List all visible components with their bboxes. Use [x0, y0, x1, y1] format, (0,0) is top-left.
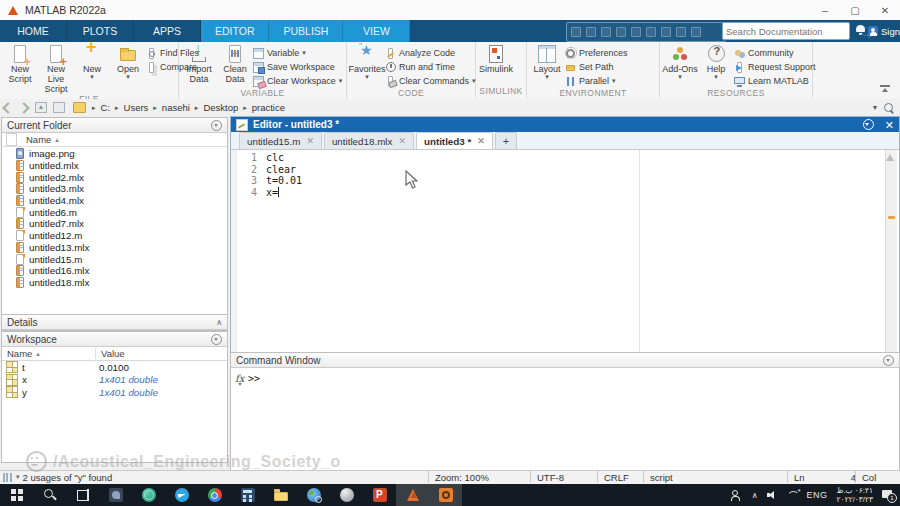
breakpoint-gutter[interactable] — [231, 150, 237, 353]
notification-bell-icon[interactable] — [856, 25, 865, 34]
code-line[interactable]: 1clc — [231, 152, 899, 164]
network-icon[interactable] — [787, 491, 798, 500]
toolbar-small-button[interactable]: Clear Commands ▾ — [385, 74, 476, 88]
taskbar-item[interactable] — [0, 484, 33, 506]
taskbar-item[interactable] — [165, 484, 198, 506]
file-list-item[interactable]: untitled4.mlx — [2, 195, 227, 207]
taskbar-item[interactable] — [198, 484, 231, 506]
taskbar-item[interactable] — [330, 484, 363, 506]
fx-icon[interactable]: fx — [235, 373, 244, 384]
new-tab-button[interactable]: + — [495, 132, 517, 149]
redo-icon[interactable] — [646, 27, 656, 37]
taskbar-item[interactable] — [264, 484, 297, 506]
toolbar-small-button[interactable]: Community — [734, 46, 816, 60]
panel-menu-icon[interactable] — [883, 355, 894, 366]
search-input[interactable] — [723, 26, 861, 37]
file-list-item[interactable]: untitled18.mlx — [2, 277, 227, 289]
breadcrumb-segment[interactable]: Users — [124, 102, 149, 113]
code-editor[interactable]: 1clc 2clear 3t=0.01 4x= — [231, 150, 899, 353]
paste-icon[interactable] — [616, 27, 626, 37]
file-list-item[interactable]: untitled15.m — [2, 253, 227, 265]
tab-close-icon[interactable]: ✕ — [477, 136, 485, 146]
browse-folder-icon[interactable] — [53, 102, 65, 113]
breadcrumb-segment[interactable]: Desktop — [203, 102, 238, 113]
column-indicator[interactable]: Col 2 — [855, 471, 900, 483]
forward-icon[interactable] — [18, 102, 29, 113]
copy-icon[interactable] — [601, 27, 611, 37]
file-list-item[interactable]: untitled3.mlx — [2, 183, 227, 195]
file-list-item[interactable]: untitled7.mlx — [2, 218, 227, 230]
code-line[interactable]: 2clear — [231, 164, 899, 176]
breadcrumb-segment[interactable]: practice — [252, 102, 285, 113]
menu-down-icon[interactable] — [691, 27, 701, 37]
toolbar-small-button[interactable]: Parallel ▾ — [565, 74, 628, 88]
code-line[interactable]: 3t=0.01 — [231, 175, 899, 187]
file-list-item[interactable]: untitled.mlx — [2, 160, 227, 172]
hidden-icons-caret[interactable]: ∧ — [752, 491, 758, 500]
tab-close-icon[interactable]: ✕ — [398, 136, 406, 146]
toolbar-small-button[interactable]: Run and Time — [385, 60, 476, 74]
file-list-item[interactable]: untitled16.mlx — [2, 265, 227, 277]
toolbar-small-button[interactable]: Analyze Code — [385, 46, 476, 60]
orange-marker[interactable] — [888, 216, 895, 219]
parallel-pool-icon[interactable] — [3, 473, 13, 482]
panel-menu-icon[interactable] — [863, 119, 874, 130]
encoding-indicator[interactable]: UTF-8 — [530, 471, 598, 483]
address-dropdown-icon[interactable]: ▾ — [873, 105, 877, 111]
taskbar-item[interactable] — [132, 484, 165, 506]
ribbon-tab[interactable]: EDITOR — [201, 20, 269, 42]
tab-close-icon[interactable]: ✕ — [306, 136, 314, 146]
toolbar-big-button[interactable]: Clean Data — [217, 45, 253, 84]
taskbar-item[interactable] — [231, 484, 264, 506]
sign-in-button[interactable]: Sign In — [868, 22, 900, 40]
editor-tab[interactable]: untitled3 * ✕ — [416, 132, 493, 149]
toolbar-small-button[interactable]: Set Path — [565, 60, 628, 74]
ribbon-tab[interactable]: HOME — [0, 20, 67, 42]
breadcrumb-segment[interactable]: nasehi — [162, 102, 190, 113]
help-icon[interactable] — [676, 27, 686, 37]
file-type-indicator[interactable]: script — [643, 471, 788, 483]
toolbar-small-button[interactable]: Preferences — [565, 46, 628, 60]
file-list-item[interactable]: untitled12.m — [2, 230, 227, 242]
save-icon[interactable] — [571, 27, 581, 37]
toolbar-big-button[interactable]: Layout ▾ — [529, 45, 565, 80]
editor-tab[interactable]: untitled15.m ✕ — [239, 132, 322, 149]
message-indicator-bar[interactable] — [885, 150, 897, 353]
editor-title-bar[interactable]: Editor - untitled3 * ✕ — [231, 117, 899, 132]
ribbon-tab[interactable]: VIEW — [343, 20, 410, 42]
people-icon[interactable] — [731, 490, 743, 500]
code-line[interactable]: 4x= — [231, 187, 899, 199]
toolbar-big-button[interactable]: New Live Script — [38, 45, 74, 94]
file-list-item[interactable]: untitled6.m — [2, 206, 227, 218]
collapse-panel-icon[interactable]: ∧ — [216, 318, 222, 327]
panel-menu-icon[interactable] — [211, 334, 222, 345]
workspace-row[interactable]: y 1x401 double — [2, 386, 227, 399]
window-icon[interactable] — [661, 27, 671, 37]
toolbar-big-button[interactable]: Help ▾ — [698, 45, 734, 80]
toolbar-small-button[interactable]: Clear Workspace ▾ — [253, 74, 342, 88]
workspace-row[interactable]: x 1x401 double — [2, 374, 227, 387]
command-window-input-area[interactable]: fx >> — [231, 368, 899, 471]
eol-indicator[interactable]: CRLF — [597, 471, 644, 483]
toolbar-small-button[interactable]: Variable ▾ — [253, 46, 342, 60]
up-folder-icon[interactable] — [35, 102, 47, 113]
editor-tab[interactable]: untitled18.mlx ✕ — [324, 132, 414, 149]
file-list-item[interactable]: untitled2.mlx — [2, 171, 227, 183]
language-indicator[interactable]: ENG — [807, 490, 828, 500]
file-list-header[interactable]: Name ▴ — [2, 133, 227, 147]
editor-close-icon[interactable]: ✕ — [885, 120, 894, 130]
action-center-icon[interactable]: 1 — [882, 490, 894, 501]
taskbar-clock[interactable]: ۰۶:۴۱ ب.ظ ۲۰۲۲/۰۳/۲۳ — [837, 486, 873, 504]
panel-menu-icon[interactable] — [211, 120, 222, 131]
workspace-row[interactable]: t 0.0100 — [2, 361, 227, 374]
toolbar-big-button[interactable]: New Script — [2, 45, 38, 94]
file-list-item[interactable]: untitled13.mlx — [2, 242, 227, 254]
close-button[interactable]: ✕ — [870, 0, 900, 20]
warning-triangle-icon[interactable] — [886, 154, 894, 161]
taskbar-item[interactable] — [363, 484, 396, 506]
toolbar-big-button[interactable]: New ▾ — [74, 45, 110, 94]
toolbar-big-button[interactable]: Simulink — [478, 45, 514, 74]
toolbar-big-button[interactable]: Import Data — [181, 45, 217, 84]
zoom-level[interactable]: Zoom: 100% — [428, 471, 531, 483]
breadcrumb-segment[interactable]: C: — [101, 102, 111, 113]
